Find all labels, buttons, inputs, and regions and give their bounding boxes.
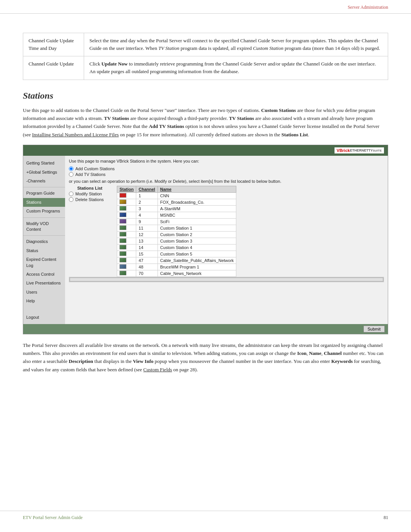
table-row[interactable]: 14 Custom Station 4 (117, 244, 236, 251)
page-header: Server Administration (0, 0, 411, 14)
table-row: Channel Guide UpdateTime and Day Select … (23, 33, 388, 56)
table-row[interactable]: 13 Custom Station 3 (117, 238, 236, 244)
station-channel: 14 (136, 244, 158, 251)
stations-outro: The Portal Server discovers all availabl… (23, 341, 388, 374)
sidebar-divider-2 (23, 217, 65, 218)
station-channel: 12 (136, 232, 158, 238)
sidebar-item-stations[interactable]: Stations (23, 198, 65, 207)
table-row[interactable]: 70 Cable_News_Network (117, 270, 236, 277)
scrollbar-track[interactable] (70, 278, 383, 281)
station-channel: 4 (136, 212, 158, 219)
sidebar-item-custom-programs[interactable]: Custom Programs (23, 207, 65, 216)
station-icon-cell (117, 212, 136, 219)
sidebar-item-users[interactable]: Users (23, 288, 65, 297)
sidebar-item-channels[interactable]: -Channels (23, 177, 65, 185)
station-icon-cell (117, 219, 136, 225)
table-label: Channel Guide Update (23, 56, 84, 80)
sidebar-item-help[interactable]: Help (23, 297, 65, 305)
station-icon-cell (117, 257, 136, 264)
vbrick-logo: VBrickETHERNETTY SUITE (335, 147, 384, 153)
stations-list-label: Stations List (69, 186, 111, 190)
footer-page-number: 81 (384, 515, 388, 521)
station-name: Custom Station 5 (158, 251, 236, 257)
radio-modify[interactable]: Modify Station (69, 192, 111, 196)
col-channel: Channel (136, 186, 158, 193)
table-label: Channel Guide UpdateTime and Day (23, 33, 84, 56)
station-channel: 15 (136, 251, 158, 257)
radio-modify-label: Modify Station (75, 192, 102, 196)
table-row[interactable]: 47 Cable_Satellite_Public_Affairs_Networ… (117, 257, 236, 264)
station-icon-cell (117, 225, 136, 232)
station-icon-cell (117, 206, 136, 212)
col-name: Name (158, 186, 236, 193)
station-icon-cell (117, 251, 136, 257)
station-icon-cell (117, 264, 136, 270)
col-station: Station (117, 186, 136, 193)
table-row[interactable]: 1 CNN (117, 193, 236, 199)
radio-add-custom[interactable]: Add Custom Stations (69, 166, 384, 171)
radio-add-custom-input[interactable] (69, 166, 73, 171)
radio-delete-label: Delete Stations (75, 197, 104, 202)
station-name: Cable_Satellite_Public_Affairs_Network (158, 257, 236, 264)
sidebar-item-access-control[interactable]: Access Control (23, 270, 65, 279)
table-row[interactable]: 4 MSNBC (117, 212, 236, 219)
radio-delete[interactable]: Delete Stations (69, 197, 111, 202)
stations-intro: Use this page to add stations to the Cha… (23, 106, 388, 139)
table-row[interactable]: 48 BruceWM Program 1 (117, 264, 236, 270)
sidebar: Getting Started +Global Settings -Channe… (23, 156, 65, 324)
station-channel: 11 (136, 225, 158, 232)
table-row: Channel Guide Update Click Update Now to… (23, 56, 388, 80)
sidebar-item-status[interactable]: Status (23, 246, 65, 255)
logout-button[interactable]: Logout (23, 313, 65, 321)
station-icon-cell (117, 244, 136, 251)
station-channel: 9 (136, 219, 158, 225)
sidebar-item-program-guide[interactable]: Program Guide (23, 189, 65, 198)
station-channel: 48 (136, 264, 158, 270)
table-row[interactable]: 9 SciFi (117, 219, 236, 225)
table-row[interactable]: 12 Custom Station 2 (117, 232, 236, 238)
station-icon-cell (117, 270, 136, 277)
footer-left: ETV Portal Server Admin Guide (23, 515, 83, 521)
or-instruction-text: or you can select an operation to perfor… (69, 179, 384, 184)
sidebar-item-live-presentations[interactable]: Live Presentations (23, 279, 65, 288)
table-header-row: Station Channel Name (117, 186, 236, 193)
station-name: MSNBC (158, 212, 236, 219)
station-channel: 1 (136, 193, 158, 199)
sidebar-item-modify-vod[interactable]: Modify VOD Content (23, 219, 65, 234)
sidebar-item-diagnostics[interactable]: Diagnostics (23, 237, 65, 246)
radio-modify-input[interactable] (69, 192, 73, 196)
sidebar-item-getting-started[interactable]: Getting Started (23, 159, 65, 168)
radio-delete-input[interactable] (69, 197, 73, 202)
screenshot-inner: Getting Started +Global Settings -Channe… (23, 156, 388, 324)
table-content: Select the time and day when the Portal … (84, 33, 388, 56)
stations-table: Station Channel Name 1 CNN (117, 186, 236, 277)
server-admin-link[interactable]: Server Administration (348, 5, 388, 10)
station-name: Cable_News_Network (158, 270, 236, 277)
table-row[interactable]: 3 A-StanWM (117, 206, 236, 212)
sidebar-item-global-settings[interactable]: +Global Settings (23, 168, 65, 177)
station-channel: 70 (136, 270, 158, 277)
page-wrapper: Channel Guide UpdateTime and Day Select … (0, 14, 411, 395)
screenshot-frame: VBrickETHERNETTY SUITE Getting Started +… (23, 145, 388, 334)
station-channel: 3 (136, 206, 158, 212)
station-channel: 13 (136, 238, 158, 244)
station-name: Custom Station 1 (158, 225, 236, 232)
stations-table-container: Station Channel Name 1 CNN (117, 186, 384, 277)
main-content: Use this page to manage VBrick Stations … (65, 156, 388, 324)
table-row[interactable]: 11 Custom Station 1 (117, 225, 236, 232)
radio-add-tv[interactable]: Add TV Stations (69, 172, 384, 177)
table-row[interactable]: 15 Custom Station 5 (117, 251, 236, 257)
sidebar-item-expired-content[interactable]: Expired Content Log (23, 255, 65, 270)
horizontal-scrollbar[interactable] (69, 277, 384, 282)
stations-heading: Stations (23, 91, 388, 101)
submit-button[interactable]: Submit (363, 326, 385, 332)
radio-add-tv-label: Add TV Stations (75, 172, 105, 177)
sidebar-divider (23, 187, 65, 187)
station-icon-cell (117, 199, 136, 206)
modify-delete-group: Modify Station Delete Stations (69, 192, 111, 202)
radio-add-tv-input[interactable] (69, 172, 73, 177)
radio-add-custom-label: Add Custom Stations (75, 166, 115, 171)
station-name: FOX_Broadcasting_Co. (158, 199, 236, 206)
table-row[interactable]: 2 FOX_Broadcasting_Co. (117, 199, 236, 206)
main-intro-text: Use this page to manage VBrick Stations … (69, 159, 384, 163)
